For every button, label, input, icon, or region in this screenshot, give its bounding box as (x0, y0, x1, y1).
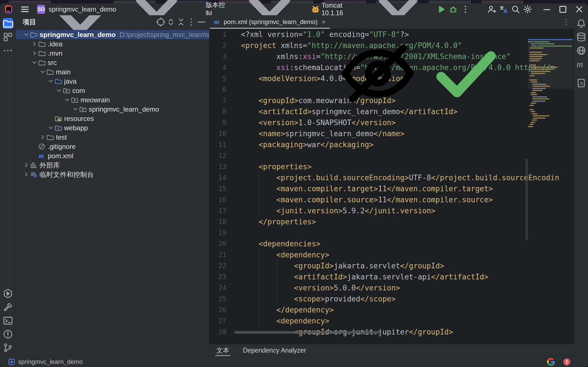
tree-item[interactable]: main (16, 67, 209, 77)
notification-error-icon[interactable] (563, 358, 571, 366)
terminal-tool-button[interactable] (3, 315, 13, 326)
window-close-button[interactable] (574, 5, 584, 14)
tree-item[interactable]: webapp (16, 123, 209, 133)
tree-item[interactable]: com (16, 86, 209, 95)
tree-item[interactable]: resources (16, 114, 209, 123)
highlight-level-icon[interactable] (336, 31, 420, 116)
bottom-tab-inactive[interactable]: Dependency Analyzer (236, 344, 313, 356)
tree-item[interactable]: 外部库 (16, 160, 209, 170)
project-switcher[interactable]: springmvc_learn_demo (49, 6, 116, 13)
minimap-line (530, 47, 544, 49)
hide-panel-icon[interactable] (196, 17, 206, 27)
code-line[interactable]: 12 (210, 150, 241, 161)
tree-item[interactable]: java (16, 77, 209, 86)
code-minimap[interactable] (528, 39, 573, 132)
code-line[interactable]: 23 <artifactId>jakarta.servlet-api</arti… (210, 271, 489, 282)
tree-item[interactable]: 临时文件和控制台 (16, 170, 209, 179)
chevron-right-icon[interactable] (39, 133, 46, 142)
settings-gear-icon[interactable] (523, 5, 532, 14)
search-everywhere-icon[interactable] (511, 5, 521, 14)
more-tools-icon[interactable] (3, 45, 13, 56)
chevron-down-icon[interactable] (39, 67, 46, 77)
code-line[interactable]: 14 <project.build.sourceEncoding>UTF-8</… (210, 172, 559, 183)
code-line[interactable]: 9 <version>1.0-SNAPSHOT</version> (210, 117, 396, 128)
code-line[interactable]: 15 <maven.compiler.target>11</maven.comp… (210, 183, 493, 194)
tree-item[interactable]: springmvc_learn_demo (16, 105, 209, 114)
code-line[interactable]: 17 <junit.version>5.9.2</junit.version> (210, 205, 435, 216)
code-line[interactable]: 18 </properties> (210, 216, 316, 227)
editor-horizontal-scrollbar[interactable] (234, 331, 380, 334)
tree-item[interactable]: .idea (16, 39, 209, 49)
inspection-widget[interactable] (336, 31, 509, 116)
bottom-tab-active[interactable]: 文本 (210, 344, 236, 356)
project-panel-title[interactable]: 项目 (23, 18, 36, 27)
code-line[interactable]: 26 </dependency> (210, 304, 334, 315)
more-actions-icon[interactable] (461, 5, 470, 14)
code-line[interactable]: 21 <dependency> (210, 249, 329, 260)
project-badge[interactable]: SD (37, 5, 45, 14)
database-tool-button[interactable] (576, 32, 587, 42)
code-line[interactable]: 27 <dependency> (210, 315, 329, 326)
chevron-right-icon[interactable] (31, 39, 38, 49)
structure-tool-button[interactable] (3, 32, 13, 42)
code-line[interactable]: 25 <scope>provided</scope> (210, 293, 396, 304)
code-with-me-icon[interactable] (487, 5, 496, 14)
notifications-bell-icon[interactable] (576, 18, 587, 29)
code-line[interactable]: 13 <properties> (210, 161, 312, 172)
locate-file-icon[interactable] (156, 17, 166, 27)
code-line[interactable]: 11 <packaging>war</packaging> (210, 139, 374, 150)
services-tool-button[interactable] (3, 288, 13, 299)
documentation-book-icon[interactable]: A (576, 78, 587, 88)
tab-options-icon[interactable]: ⋮ (563, 18, 570, 27)
git-tool-button[interactable] (3, 342, 13, 353)
endpoints-globe-icon[interactable] (576, 45, 587, 56)
code-line[interactable]: 19 (210, 227, 241, 238)
minimap-line (528, 126, 533, 127)
tree-item[interactable]: mpom.xml (16, 151, 209, 160)
debug-button[interactable] (448, 5, 458, 14)
chevron-down-icon[interactable] (47, 77, 55, 86)
chevron-right-icon[interactable] (31, 49, 38, 58)
code-line[interactable]: 6 (210, 84, 241, 95)
build-tool-button[interactable] (3, 302, 13, 312)
tree-item[interactable]: test (16, 133, 209, 142)
code-line[interactable]: 16 <maven.compiler.source>11</maven.comp… (210, 194, 493, 205)
code-viewport[interactable]: 28 <groupId>org.junit.jupiter</groupId>2… (210, 29, 574, 344)
editor-vertical-scrollbar[interactable] (526, 159, 528, 241)
window-minimize-button[interactable] (542, 5, 552, 14)
code-line[interactable]: 22 <groupId>jakarta.servlet</groupId> (210, 260, 444, 271)
chevron-down-icon[interactable] (72, 105, 79, 114)
status-project-label[interactable]: springmvc_learn_demo (18, 358, 83, 366)
chevron-down-icon[interactable] (64, 95, 71, 105)
run-configuration[interactable]: Tomcat 10.1.16 (321, 2, 359, 17)
code-line[interactable]: 10 <name>springmvc_learn_demo</name> (210, 128, 404, 139)
chevron-down-icon[interactable] (31, 58, 38, 67)
minimap-line (531, 69, 551, 70)
code-line[interactable]: 20 <dependencies> (210, 238, 321, 249)
maven-tool-button[interactable]: m (576, 59, 587, 70)
chevron-right-icon[interactable] (23, 160, 30, 170)
main-menu-icon[interactable] (20, 5, 30, 14)
tree-item[interactable]: .mvn (16, 49, 209, 58)
tree-item[interactable]: meowrain (16, 95, 209, 105)
chevron-down-icon[interactable] (55, 86, 63, 95)
code-line[interactable]: 24 <version>5.0.0</version> (210, 282, 400, 293)
chevron-right-icon[interactable] (23, 170, 30, 179)
tree-item[interactable]: .gitignore (16, 142, 209, 151)
google-icon[interactable] (547, 358, 555, 366)
run-button[interactable] (437, 5, 446, 14)
translate-icon[interactable]: A (499, 5, 508, 14)
window-maximize-button[interactable] (558, 5, 568, 14)
chevron-down-icon[interactable] (23, 30, 30, 39)
panel-options-icon[interactable] (186, 17, 196, 27)
tab-pom-xml[interactable]: m pom.xml (springmvc_learn_demo) × (210, 15, 330, 29)
code-line-text: <version>5.0.0</version> (241, 284, 400, 292)
project-tool-button[interactable] (3, 18, 13, 29)
close-tab-icon[interactable]: × (322, 19, 326, 25)
collapse-all-icon[interactable] (176, 17, 186, 27)
expand-all-icon[interactable] (166, 17, 176, 27)
problems-tool-button[interactable] (3, 329, 13, 340)
chevron-down-icon[interactable] (47, 123, 55, 133)
tree-item[interactable]: springmvc_learn_demoD:\project\spring_mv… (16, 30, 209, 39)
tree-item[interactable]: src (16, 58, 209, 67)
